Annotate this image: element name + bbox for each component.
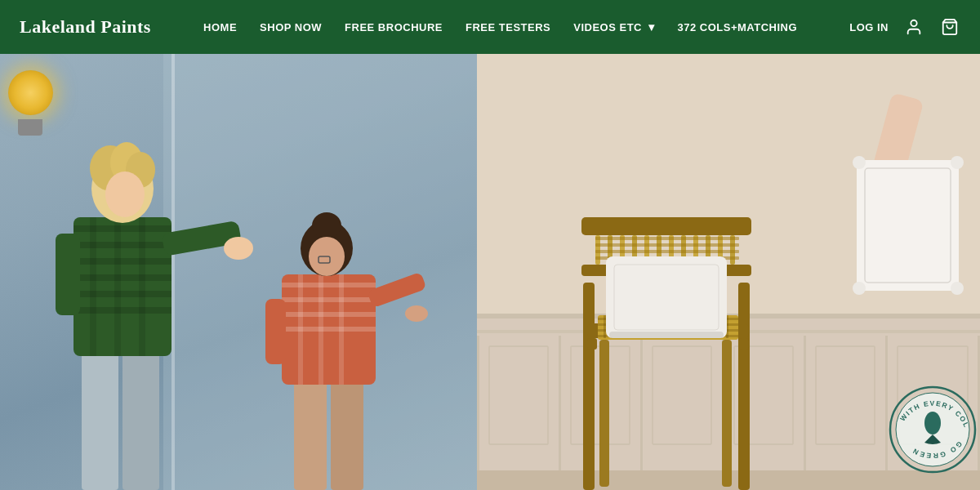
svg-rect-4 (82, 340, 118, 490)
navbar: Lakeland Paints HOME SHOP NOW FREE BROCH… (0, 0, 980, 54)
hero-right-panel: WITH EVERY COLOUR GO GREEN (477, 54, 980, 490)
svg-rect-63 (581, 217, 751, 235)
navbar-actions: LOG IN (849, 16, 960, 38)
svg-rect-79 (595, 250, 739, 253)
svg-rect-32 (318, 274, 323, 385)
svg-rect-17 (56, 234, 80, 315)
svg-rect-3 (172, 54, 175, 490)
nav-free-brochure[interactable]: FREE BROCHURE (345, 21, 443, 33)
svg-point-23 (224, 237, 253, 260)
svg-point-40 (405, 305, 428, 322)
svg-rect-46 (559, 336, 561, 490)
svg-rect-24 (294, 372, 327, 490)
svg-point-22 (105, 172, 145, 217)
svg-rect-77 (595, 237, 739, 240)
left-scene-illustration (0, 54, 477, 490)
nav-free-testers[interactable]: FREE TESTERS (466, 21, 550, 33)
svg-rect-30 (282, 327, 376, 332)
svg-rect-15 (139, 217, 145, 356)
nav-videos-etc[interactable]: VIDEOS etc ▾ (573, 20, 654, 33)
svg-rect-13 (90, 217, 96, 356)
svg-rect-47 (640, 336, 643, 490)
svg-rect-10 (74, 274, 172, 281)
user-icon-button[interactable] (903, 16, 924, 38)
hero-section: WITH EVERY COLOUR GO GREEN (0, 54, 980, 490)
svg-rect-45 (477, 336, 479, 490)
svg-rect-25 (331, 372, 363, 490)
svg-rect-33 (339, 274, 344, 385)
svg-rect-5 (122, 340, 159, 490)
svg-rect-49 (804, 336, 806, 490)
svg-rect-27 (282, 283, 376, 287)
svg-rect-106 (609, 332, 724, 338)
nav-cols-matching[interactable]: 372 COLS+MATCHING (677, 21, 797, 33)
svg-rect-28 (282, 297, 376, 302)
svg-rect-8 (74, 242, 172, 248)
svg-point-0 (911, 20, 916, 26)
svg-rect-11 (74, 291, 172, 297)
svg-rect-14 (114, 217, 121, 356)
svg-rect-111 (857, 160, 959, 291)
user-icon (905, 18, 923, 36)
login-link[interactable]: LOG IN (849, 21, 889, 33)
svg-point-37 (312, 212, 341, 238)
svg-rect-9 (74, 258, 172, 265)
svg-rect-62 (722, 340, 732, 487)
svg-rect-35 (265, 299, 286, 364)
cart-icon-button[interactable] (939, 16, 960, 38)
hero-left-panel (0, 54, 477, 490)
svg-point-119 (924, 412, 941, 434)
right-scene-illustration: WITH EVERY COLOUR GO GREEN (477, 54, 980, 490)
cart-icon (941, 18, 959, 36)
svg-rect-105 (606, 256, 727, 338)
svg-rect-31 (298, 274, 303, 385)
svg-rect-12 (74, 307, 172, 314)
svg-point-114 (951, 156, 964, 169)
svg-rect-82 (587, 338, 597, 350)
svg-rect-7 (74, 225, 172, 232)
svg-rect-89 (604, 315, 606, 338)
svg-rect-83 (739, 338, 749, 350)
svg-rect-59 (583, 283, 595, 490)
svg-rect-29 (282, 312, 376, 317)
nav-shop-now[interactable]: SHOP NOW (260, 21, 322, 33)
svg-rect-78 (595, 243, 739, 247)
svg-point-116 (951, 282, 964, 295)
nav-home[interactable]: HOME (203, 21, 237, 33)
svg-point-113 (853, 156, 866, 169)
svg-rect-6 (74, 217, 172, 356)
svg-rect-50 (885, 336, 888, 490)
svg-point-115 (853, 282, 866, 295)
chevron-down-icon: ▾ (648, 20, 655, 33)
svg-rect-61 (599, 340, 609, 487)
brand-logo[interactable]: Lakeland Paints (20, 16, 151, 38)
svg-rect-60 (738, 283, 750, 490)
nav-links: HOME SHOP NOW FREE BROCHURE FREE TESTERS… (151, 20, 849, 33)
